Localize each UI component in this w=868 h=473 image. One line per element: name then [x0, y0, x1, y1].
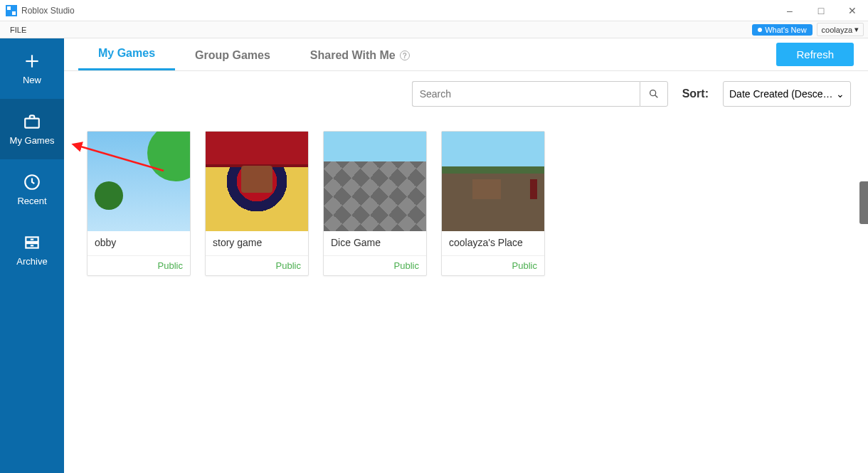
sidebar-item-label: Archive [16, 256, 47, 267]
sidebar-item-new[interactable]: New [0, 38, 64, 99]
toolbar: Sort: Date Created (Desce… ⌄ [64, 71, 868, 112]
game-status: Public [324, 255, 426, 275]
sort-dropdown[interactable]: Date Created (Desce… ⌄ [723, 81, 851, 107]
tabs: My Games Group Games Shared With Me ? Re… [64, 38, 868, 71]
game-card[interactable]: Dice Game Public [323, 131, 427, 276]
svg-rect-2 [25, 119, 39, 128]
sidebar-item-archive[interactable]: Archive [0, 220, 64, 280]
tab-shared-with-me[interactable]: Shared With Me ? [290, 41, 430, 70]
sidebar-item-label: Recent [17, 196, 46, 206]
game-thumbnail [442, 132, 544, 231]
sidebar: New My Games Recent Archive [0, 38, 64, 473]
content: My Games Group Games Shared With Me ? Re… [64, 38, 868, 473]
tab-label: Group Games [195, 49, 270, 62]
svg-point-8 [650, 90, 655, 96]
briefcase-icon [23, 112, 41, 131]
game-status: Public [442, 255, 544, 275]
help-icon[interactable]: ? [400, 51, 410, 60]
svg-line-9 [655, 95, 657, 98]
game-status: Public [88, 255, 190, 275]
search-icon [648, 88, 660, 100]
game-card[interactable]: story game Public [205, 131, 309, 276]
sidebar-item-label: New [23, 75, 41, 85]
tab-label: Shared With Me [310, 49, 396, 62]
game-title: coolayza's Place [449, 237, 537, 253]
tab-group-games[interactable]: Group Games [175, 41, 290, 70]
chevron-down-icon: ⌄ [836, 88, 845, 100]
search-button[interactable] [640, 81, 668, 107]
whats-new-label: What's New [765, 26, 806, 34]
tab-my-games[interactable]: My Games [78, 38, 175, 70]
game-thumbnail [324, 132, 426, 231]
chevron-down-icon: ▾ [854, 25, 859, 34]
refresh-button[interactable]: Refresh [776, 43, 854, 66]
close-button[interactable]: ✕ [837, 0, 868, 21]
tab-label: My Games [98, 47, 155, 60]
maximize-button[interactable]: □ [805, 0, 837, 21]
game-thumbnail [88, 132, 190, 231]
game-card[interactable]: obby Public [87, 131, 191, 276]
window-titlebar: Roblox Studio – □ ✕ [0, 0, 868, 21]
menu-file[interactable]: FILE [6, 24, 31, 36]
user-name: coolayza [822, 26, 852, 34]
game-card[interactable]: coolayza's Place Public [441, 131, 545, 276]
sort-selected: Date Created (Desce… [729, 88, 833, 100]
plus-icon [23, 52, 41, 70]
sidebar-item-my-games[interactable]: My Games [0, 99, 64, 159]
whats-new-button[interactable]: What's New [752, 24, 812, 36]
search-input[interactable] [412, 81, 640, 107]
sort-label: Sort: [682, 87, 709, 100]
menubar: FILE What's New coolayza ▾ [0, 21, 868, 38]
user-menu[interactable]: coolayza ▾ [817, 23, 864, 36]
game-title: obby [95, 237, 183, 253]
games-grid: obby Public story game Public Dice Game … [64, 112, 868, 294]
app-icon [6, 5, 17, 16]
minimize-button[interactable]: – [774, 0, 805, 21]
game-title: Dice Game [331, 237, 419, 253]
dot-icon [758, 28, 762, 32]
game-status: Public [206, 255, 308, 275]
sidebar-item-label: My Games [10, 135, 55, 146]
window-title: Roblox Studio [21, 6, 75, 16]
game-title: story game [213, 237, 301, 253]
overlay-shadow [859, 181, 868, 224]
sidebar-item-recent[interactable]: Recent [0, 159, 64, 220]
archive-icon [23, 233, 41, 252]
clock-icon [23, 173, 41, 191]
game-thumbnail [206, 132, 308, 231]
